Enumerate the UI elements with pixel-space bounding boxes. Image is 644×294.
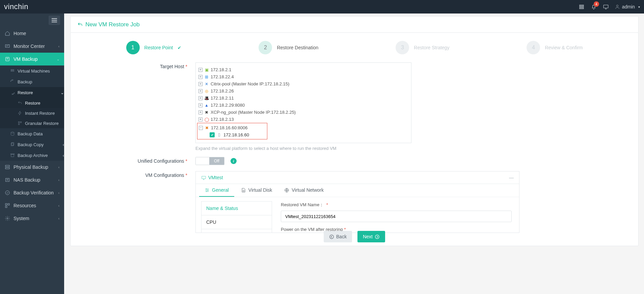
vm-side-name-status[interactable]: Name & Status	[202, 202, 272, 215]
monitor-icon	[5, 44, 10, 49]
sidebar-subitem-virtual-machines[interactable]: Virtual Machines	[0, 65, 64, 76]
tree-node[interactable]: +🎩172.18.2.11	[198, 95, 408, 102]
vm-icon	[5, 56, 10, 62]
expand-icon[interactable]: +	[198, 103, 203, 107]
next-button[interactable]: Next	[357, 231, 385, 242]
sidebar-item-label: NAS Backup	[14, 177, 40, 183]
archive-icon	[10, 153, 15, 158]
xcpng-icon: ✖	[204, 110, 209, 115]
sidebar-item-resources[interactable]: Resources ‹	[0, 199, 64, 212]
restored-vm-name-input[interactable]	[281, 211, 512, 222]
svg-point-28	[330, 235, 333, 238]
label-restored-vm-name: Restored VM Name： *	[281, 202, 512, 208]
sidebar-item-label: Physical Backup	[14, 164, 48, 170]
svg-rect-15	[11, 154, 15, 154]
svg-rect-18	[5, 167, 9, 169]
svg-point-26	[243, 190, 244, 191]
info-icon[interactable]: i	[231, 158, 237, 164]
gear-icon	[5, 216, 10, 221]
tree-node[interactable]: +▲172.18.2.29:8080	[198, 102, 408, 109]
svg-rect-13	[11, 143, 13, 146]
step-review-confirm[interactable]: 4 Review & Confirm	[527, 41, 583, 54]
sidebar-item-label: VM Backup	[14, 56, 38, 62]
sidebar-item-nas-backup[interactable]: NAS Backup ‹	[0, 173, 64, 186]
tab-virtual-disk[interactable]: Virtual Disk	[236, 184, 278, 197]
user-icon	[615, 4, 620, 9]
sidebar-subitem-backup[interactable]: Backup	[0, 76, 64, 87]
tab-virtual-network[interactable]: Virtual Network	[279, 184, 329, 197]
collapse-icon[interactable]: −	[199, 126, 203, 130]
caret-down-icon: ▾	[638, 5, 640, 9]
sidebar-subsub-restore[interactable]: Restore	[0, 98, 64, 108]
user-menu[interactable]: admin ▾	[615, 4, 640, 9]
arrow-right-icon	[375, 234, 380, 239]
tree-node[interactable]: +▣172.18.2.1	[198, 66, 408, 73]
step-restore-destination[interactable]: 2 Restore Destination	[259, 41, 318, 54]
sidebar-item-home[interactable]: Home	[0, 27, 64, 40]
sidebar-item-label: Monitor Center	[14, 44, 45, 49]
expand-icon[interactable]: +	[198, 68, 203, 72]
sidebar-toggle[interactable]	[49, 16, 60, 25]
topbar: vinchin 4 admin ▾	[0, 0, 644, 14]
sidebar-subitem-backup-archive[interactable]: Backup Archive ‹	[0, 150, 64, 161]
svg-rect-8	[11, 71, 14, 71]
expand-icon[interactable]: +	[198, 89, 203, 93]
sidebar-subsub-instant-restore[interactable]: Instant Restore	[0, 108, 64, 118]
tree-node[interactable]: +✖XCP-ng_pool (Master Node IP:172.18.2.2…	[198, 109, 408, 116]
svg-rect-3	[603, 5, 608, 8]
tree-node-child-selected[interactable]: ✔ ▯ 172.18.16.60	[210, 131, 266, 138]
step-restore-point[interactable]: 1 Restore Point ✔	[126, 41, 182, 54]
sidebar-subitem-backup-data[interactable]: Backup Data	[0, 128, 64, 139]
vmware-icon: ▣	[204, 67, 209, 73]
page-title: New VM Restore Job	[77, 21, 632, 28]
undo-icon	[77, 22, 83, 27]
target-host-tree[interactable]: +▣172.18.2.1 +⊞172.18.22.4 +✕Citrix-pool…	[195, 62, 411, 143]
tree-node[interactable]: +⊞172.18.22.4	[198, 73, 408, 80]
svg-point-29	[375, 235, 379, 238]
expand-icon[interactable]: +	[198, 82, 203, 86]
tree-node-expanded[interactable]: −✖172.18.16.60:8006	[199, 124, 266, 131]
sidebar: Home Monitor Center ‹ VM Backup ⌄ Virtua…	[0, 14, 64, 294]
sidebar-item-monitor-center[interactable]: Monitor Center ‹	[0, 40, 64, 53]
tasks-icon[interactable]	[575, 0, 588, 14]
back-button[interactable]: Back	[324, 231, 352, 242]
tree-node[interactable]: +✕Citrix-pool (Master Node IP:172.18.2.1…	[198, 80, 408, 87]
chevron-down-icon: ⌄	[57, 57, 59, 61]
sidebar-subsub-granular-restore[interactable]: Granular Restore	[0, 118, 64, 128]
svg-rect-22	[8, 204, 9, 205]
collapse-icon[interactable]: —	[509, 175, 514, 180]
sidebar-item-label: Restore	[25, 101, 41, 106]
sidebar-item-system[interactable]: System ‹	[0, 212, 64, 225]
screen-icon[interactable]	[600, 0, 612, 14]
expand-icon[interactable]: +	[198, 110, 203, 114]
tree-node[interactable]: +◯172.18.2.13	[198, 116, 408, 123]
sidebar-item-backup-verification[interactable]: Backup Verification ‹	[0, 186, 64, 199]
undo-icon	[18, 101, 22, 105]
selected-host-highlight: −✖172.18.16.60:8006 ✔ ▯ 172.18.16.60	[197, 123, 267, 139]
sidebar-subitem-restore[interactable]: Restore ⌄	[0, 87, 64, 98]
svg-rect-21	[5, 204, 7, 205]
tree-node[interactable]: +◎172.18.2.26	[198, 87, 408, 95]
svg-point-24	[7, 218, 8, 219]
verify-icon	[5, 190, 10, 195]
sidebar-subitem-backup-copy[interactable]: Backup Copy ‹	[0, 139, 64, 150]
expand-icon[interactable]: +	[198, 75, 203, 79]
tab-general[interactable]: General	[199, 184, 234, 197]
sidebar-item-label: System	[14, 216, 29, 221]
svg-rect-23	[5, 206, 7, 208]
chevron-right-icon: ‹	[58, 217, 59, 220]
unified-config-toggle[interactable]: Off	[195, 157, 224, 165]
svg-rect-11	[18, 124, 20, 125]
notification-badge: 4	[594, 1, 599, 7]
sidebar-item-physical-backup[interactable]: Physical Backup ‹	[0, 161, 64, 173]
vm-side-cpu[interactable]: CPU	[202, 215, 272, 229]
expand-icon[interactable]: +	[198, 96, 203, 100]
expand-icon[interactable]: +	[198, 117, 203, 122]
sidebar-item-label: Instant Restore	[25, 111, 55, 116]
step-restore-strategy[interactable]: 3 Restore Strategy	[396, 41, 449, 54]
sliders-icon	[205, 188, 210, 193]
sidebar-item-vm-backup[interactable]: VM Backup ⌄	[0, 53, 64, 65]
checkbox-checked-icon[interactable]: ✔	[210, 132, 215, 137]
sidebar-item-label: Backup Copy	[18, 142, 44, 147]
notification-bell-icon[interactable]: 4	[588, 0, 600, 14]
